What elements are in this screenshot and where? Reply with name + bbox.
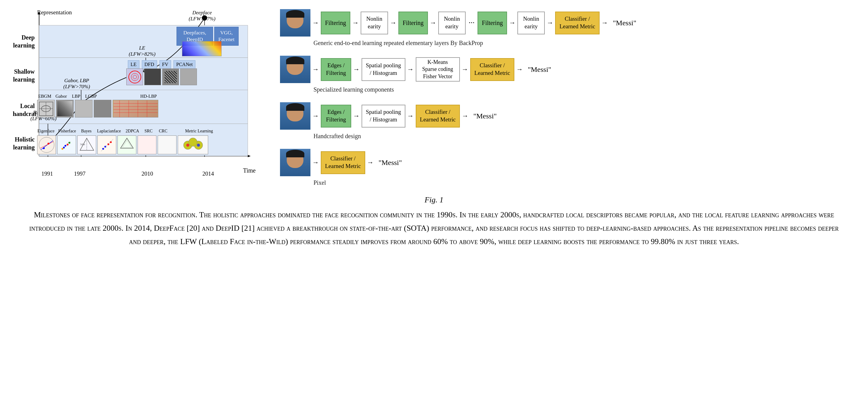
- holistic-label: Holisticlearning: [13, 135, 35, 151]
- time-label: Time: [243, 167, 256, 174]
- year-2014: 2014: [203, 170, 214, 177]
- svg-point-22: [133, 75, 137, 79]
- caption-holistic: Pixel: [313, 179, 856, 186]
- svg-point-58: [189, 138, 197, 147]
- face-image-deep: [280, 9, 310, 36]
- svg-point-44: [61, 148, 63, 150]
- box-classifier-local: Classifier /Learned Metric: [416, 105, 460, 128]
- holistic-images: 3dim: [37, 135, 208, 154]
- svg-point-20: [129, 71, 141, 83]
- arrow-l4: →: [460, 112, 470, 120]
- box-classifier-deep: Classifier /Learned Metric: [555, 11, 599, 34]
- pipeline-local: → Edges /Filtering → Spatial pooling/ Hi…: [280, 102, 856, 140]
- figure-caption-section: Fig. 1 Milestones of face representation…: [12, 195, 856, 249]
- caption-lfw2: ) performance steadily improves from aro…: [285, 237, 739, 246]
- fig-label: Fig. 1: [12, 195, 856, 204]
- arrow-7: →: [599, 19, 610, 27]
- caption-rest: [20] and Deep: [185, 224, 231, 232]
- box-classifier-shallow: Classifier /Learned Metric: [470, 58, 515, 81]
- arrow-3: →: [388, 19, 398, 27]
- shallow-images: [126, 68, 197, 85]
- arrow-6: →: [545, 19, 555, 27]
- face-image-local: [280, 102, 310, 130]
- arrow-s3: →: [405, 65, 416, 73]
- pipeline-deep-row: → Filtering → Nonlinearity → Filtering →…: [280, 9, 856, 36]
- le-annotation: LE(LFW>82%): [129, 45, 156, 58]
- arrow-l3: →: [405, 112, 416, 120]
- caption-text: Milestones of face representation for re…: [23, 208, 845, 249]
- box-classifier-holistic: Classifier /Learned Metric: [321, 151, 365, 174]
- arrow-h2: →: [365, 159, 376, 166]
- box-spatial-local: Spatial pooling/ Histogram: [362, 105, 405, 128]
- ellipsis-deep: ···: [466, 18, 478, 27]
- pipelines-section: → Filtering → Nonlinearity → Filtering →…: [280, 6, 856, 186]
- svg-line-53: [101, 139, 113, 151]
- arrow-2: →: [350, 19, 361, 27]
- face-image-holistic: [280, 149, 310, 176]
- svg-line-45: [62, 141, 71, 150]
- pipeline-holistic: → Classifier /Learned Metric → "Messi" P…: [280, 149, 856, 186]
- svg-point-49: [102, 148, 104, 150]
- arrow-1: →: [310, 19, 321, 27]
- svg-point-38: [43, 147, 45, 149]
- year-1991: 1991: [41, 170, 53, 177]
- pipeline-shallow-row: → Edges /Filtering → Spatial pooling/ Hi…: [280, 56, 856, 83]
- holistic-band-content: Eigenface Fisherface Bayes Laplacianface…: [37, 129, 250, 134]
- box-edges-local: Edges /Filtering: [321, 105, 351, 128]
- deepface-annotation: Deepface(LFW>97%): [189, 10, 215, 22]
- svg-point-39: [48, 143, 49, 145]
- arrow-s4: →: [460, 65, 470, 73]
- box-filtering-1: Filtering: [321, 11, 350, 34]
- arrow-l1: →: [310, 112, 321, 120]
- box-nonlin-2: Nonlinearity: [438, 11, 466, 34]
- box-kmeans-shallow: K-MeansSparse codingFisher Vector: [416, 57, 460, 82]
- svg-point-59: [186, 144, 189, 147]
- arrow-s2: →: [351, 65, 362, 73]
- pipeline-shallow: → Edges /Filtering → Spatial pooling/ Hi…: [280, 56, 856, 93]
- svg-point-50: [104, 146, 106, 148]
- arrow-5: →: [507, 19, 517, 27]
- caption-lfw: Labeled Face in-the-Wild: [202, 237, 285, 246]
- face-image-shallow: [280, 56, 310, 83]
- svg-point-60: [197, 144, 200, 147]
- pipeline-local-row: → Edges /Filtering → Spatial pooling/ Hi…: [280, 102, 856, 130]
- year-2010: 2010: [142, 170, 153, 177]
- result-shallow: "Messi": [525, 65, 551, 74]
- box-edges-shallow: Edges /Filtering: [321, 58, 351, 81]
- box-nonlin-3: Nonlinearity: [517, 11, 545, 34]
- svg-point-21: [131, 73, 138, 81]
- svg-point-41: [64, 145, 66, 147]
- box-filtering-3: Filtering: [477, 11, 507, 34]
- result-deep: "Messi": [610, 19, 637, 27]
- caption-deepid: ID: [231, 224, 239, 232]
- box-nonlin-1: Nonlinearity: [361, 11, 388, 34]
- box-filtering-2: Filtering: [398, 11, 428, 34]
- representation-label: Representation: [37, 9, 72, 16]
- timeline-chart: Representation Time Deeplearning Shallow…: [12, 9, 262, 180]
- pipeline-holistic-row: → Classifier /Learned Metric → "Messi": [280, 149, 856, 176]
- arrow-4: →: [428, 19, 438, 27]
- shallow-label: Shallowlearning: [13, 68, 35, 84]
- svg-point-51: [107, 144, 109, 145]
- result-local: "Messi": [470, 112, 497, 120]
- arrow-s1: →: [310, 65, 321, 73]
- deep-heatmap: [182, 41, 222, 56]
- local-band-content: EBGM Gabor LBP LGBP HD-LBP: [37, 94, 161, 99]
- timeline-section: Representation Time Deeplearning Shallow…: [12, 6, 271, 186]
- shallow-band-content: LE DFD FV PCANet: [128, 60, 195, 69]
- svg-line-37: [40, 141, 54, 148]
- svg-marker-54: [121, 138, 133, 148]
- caption-shallow: Specialized learning components: [313, 86, 856, 93]
- gabor-lbp-annotation: Gabor, LBP(LFW>70%): [63, 77, 90, 90]
- caption-local: Handcrafted design: [313, 133, 856, 140]
- result-holistic: "Messi": [376, 159, 402, 167]
- arrow-s5: →: [514, 65, 525, 73]
- svg-line-36: [41, 140, 53, 150]
- svg-marker-3: [248, 155, 251, 157]
- arrow-l2: →: [351, 112, 362, 120]
- year-1997: 1997: [74, 170, 86, 177]
- pipeline-deep: → Filtering → Nonlinearity → Filtering →…: [280, 9, 856, 46]
- local-images: [37, 100, 158, 118]
- arrow-h1: →: [310, 159, 321, 166]
- caption-deep: Generic end-to-end learning repeated ele…: [313, 39, 856, 46]
